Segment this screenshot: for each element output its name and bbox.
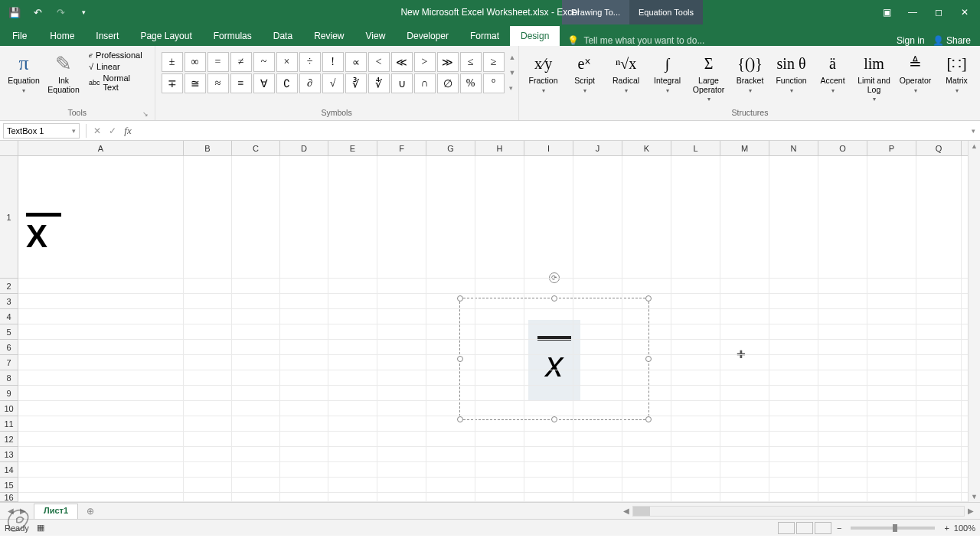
horizontal-scrollbar[interactable]: ◀ ▶ (620, 503, 980, 519)
formula-input[interactable] (136, 123, 966, 139)
symbol-button[interactable]: × (276, 52, 298, 72)
professional-button[interactable]: 𝑒Professional (86, 49, 149, 60)
new-sheet-button[interactable]: ⊕ (83, 503, 98, 519)
large-button[interactable]: ΣLarge Operator▾ (691, 49, 727, 103)
normal-view-button[interactable] (778, 522, 795, 534)
symbol-button[interactable]: ∓ (162, 73, 183, 93)
column-header[interactable]: H (475, 141, 524, 155)
tab-formulas[interactable]: Formulas (203, 26, 263, 46)
symbol-button[interactable]: ∜ (368, 73, 390, 93)
tab-insert[interactable]: Insert (85, 26, 129, 46)
resize-handle[interactable] (645, 416, 652, 422)
tab-view[interactable]: View (355, 26, 397, 46)
ribbon-options-button[interactable]: ▣ (874, 2, 899, 23)
zoom-in-button[interactable]: + (944, 523, 949, 533)
row-header[interactable]: 6 (0, 340, 18, 355)
row-header[interactable]: 7 (0, 355, 18, 370)
column-header[interactable]: P (867, 141, 916, 155)
tab-data[interactable]: Data (263, 26, 303, 46)
resize-handle[interactable] (457, 356, 463, 362)
row-header[interactable]: 13 (0, 447, 18, 462)
page-layout-view-button[interactable] (796, 522, 813, 534)
minimize-button[interactable]: — (900, 2, 925, 23)
row-header[interactable]: 3 (0, 294, 18, 309)
sheet-tab[interactable]: Лист1 (34, 504, 78, 519)
column-header[interactable]: K (622, 141, 671, 155)
textbox-equation[interactable]: ⟳ x (459, 298, 649, 420)
resize-handle[interactable] (645, 295, 652, 302)
row-header[interactable]: 11 (0, 416, 18, 432)
save-button[interactable]: 💾 (6, 4, 23, 21)
worksheet-grid[interactable]: ABCDEFGHIJKLMNOPQ 1234567891011121314151… (0, 141, 980, 502)
symbol-button[interactable]: ∩ (414, 73, 436, 93)
zoom-level[interactable]: 100% (954, 523, 975, 533)
macro-record-icon[interactable]: ▦ (37, 523, 44, 533)
row-header[interactable]: 5 (0, 324, 18, 340)
script-button[interactable]: eˣScript▾ (567, 49, 603, 94)
column-header[interactable]: D (280, 141, 328, 155)
ink-equation-button[interactable]: ✎ Ink Equation (46, 49, 81, 94)
expand-formula-bar[interactable]: ▾ (966, 127, 980, 135)
row-header[interactable]: 16 (0, 493, 18, 502)
name-box[interactable]: TextBox 1▾ (3, 123, 80, 139)
symbol-button[interactable]: ° (483, 73, 505, 93)
column-header[interactable]: O (818, 141, 867, 155)
column-header[interactable]: Q (916, 141, 962, 155)
row-header[interactable]: 12 (0, 432, 18, 447)
accent-button[interactable]: äAccent▾ (815, 49, 851, 94)
radical-button[interactable]: ⁿ√xRadical▾ (608, 49, 645, 94)
zoom-slider[interactable] (851, 527, 935, 530)
symbol-scroll-up[interactable]: ▲ (509, 54, 516, 61)
symbol-button[interactable]: ∞ (185, 52, 206, 72)
cancel-formula-button[interactable]: ✕ (90, 126, 105, 136)
matrix-button[interactable]: [∷]Matrix▾ (939, 49, 975, 94)
resize-handle[interactable] (457, 416, 463, 422)
column-header[interactable]: B (184, 141, 232, 155)
symbol-button[interactable]: ∪ (391, 73, 413, 93)
row-header[interactable]: 15 (0, 478, 18, 493)
function-button[interactable]: sin θFunction▾ (773, 49, 810, 94)
symbol-button[interactable]: ∝ (345, 52, 367, 72)
column-header[interactable]: J (573, 141, 622, 155)
symbol-button[interactable]: ∀ (253, 73, 275, 93)
symbol-scroll-down[interactable]: ▼ (509, 69, 516, 77)
symbol-button[interactable]: < (368, 52, 390, 72)
fraction-button[interactable]: x⁄yFraction▾ (525, 49, 562, 94)
tab-review[interactable]: Review (303, 26, 354, 46)
symbol-button[interactable]: ± (162, 52, 183, 72)
symbol-button[interactable]: √ (322, 73, 344, 93)
equation-button[interactable]: π Equation ▾ (6, 49, 41, 94)
resize-handle[interactable] (645, 356, 652, 362)
symbol-button[interactable]: ≡ (230, 73, 252, 93)
column-header[interactable]: M (720, 141, 769, 155)
enter-formula-button[interactable]: ✓ (105, 126, 120, 136)
tab-design[interactable]: Design (510, 26, 560, 46)
column-header[interactable]: C (232, 141, 280, 155)
symbol-button[interactable]: ≫ (437, 52, 459, 72)
resize-handle[interactable] (551, 416, 557, 422)
normal-text-button[interactable]: abcNormal Text (86, 73, 149, 93)
resize-handle[interactable] (551, 295, 557, 302)
integral-button[interactable]: ∫Integral▾ (649, 49, 686, 94)
tools-launcher[interactable]: ↘ (142, 110, 149, 118)
column-header[interactable]: N (769, 141, 818, 155)
resize-handle[interactable] (457, 295, 463, 302)
page-break-view-button[interactable] (815, 522, 831, 534)
symbol-button[interactable]: ≅ (185, 73, 206, 93)
tab-home[interactable]: Home (39, 26, 85, 46)
tab-page-layout[interactable]: Page Layout (129, 26, 202, 46)
operator-button[interactable]: ≜Operator▾ (897, 49, 934, 94)
row-header[interactable]: 8 (0, 370, 18, 386)
linear-button[interactable]: √Linear (86, 61, 149, 72)
row-header[interactable]: 10 (0, 401, 18, 416)
tab-developer[interactable]: Developer (396, 26, 459, 46)
select-all-button[interactable] (0, 141, 18, 156)
symbol-button[interactable]: ≥ (483, 52, 505, 72)
bracket-button[interactable]: {()}Bracket▾ (732, 49, 769, 94)
file-tab[interactable]: File (0, 26, 39, 46)
symbol-button[interactable]: ≤ (460, 52, 482, 72)
column-header[interactable]: A (18, 141, 184, 155)
row-header[interactable]: 9 (0, 386, 18, 401)
redo-button[interactable]: ↷ (52, 4, 69, 21)
symbol-button[interactable]: ∅ (437, 73, 459, 93)
